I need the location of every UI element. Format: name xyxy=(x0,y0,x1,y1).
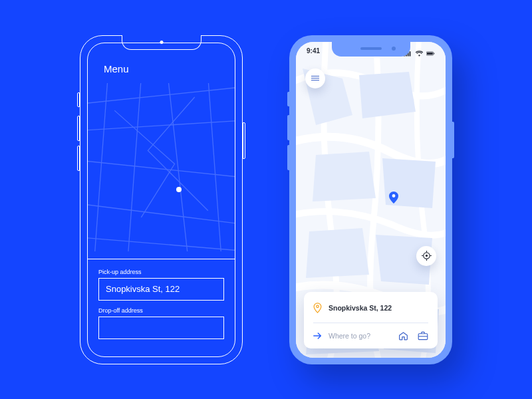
side-button xyxy=(243,122,245,159)
svg-point-10 xyxy=(425,255,427,257)
wifi-icon xyxy=(415,51,424,57)
side-button xyxy=(452,122,454,158)
streets-icon xyxy=(88,83,235,251)
pickup-label: Pick-up address xyxy=(98,269,224,275)
destination-input[interactable]: Where to go? xyxy=(313,332,370,340)
svg-rect-6 xyxy=(434,53,434,54)
wireframe-screen: Menu Pick-up address Snopkivska St, 122 … xyxy=(87,43,235,357)
notch xyxy=(332,42,410,57)
wireframe-map[interactable] xyxy=(88,83,235,251)
wireframe-device: Menu Pick-up address Snopkivska St, 122 … xyxy=(80,35,243,364)
svg-rect-3 xyxy=(410,51,411,56)
mockup-screen: 9:41 xyxy=(296,42,446,358)
arrow-right-icon xyxy=(313,332,322,340)
briefcase-icon[interactable] xyxy=(418,331,428,340)
mockup-device: 9:41 xyxy=(289,35,452,364)
pin-outline-icon xyxy=(313,303,322,313)
destination-placeholder: Where to go? xyxy=(329,332,370,340)
battery-icon xyxy=(426,51,435,57)
map-pin-icon xyxy=(389,192,398,203)
crosshair-icon xyxy=(422,251,432,261)
address-card: Pick-up address Snopkivska St, 122 Drop-… xyxy=(88,259,235,356)
menu-button[interactable] xyxy=(305,68,325,88)
side-button xyxy=(287,115,289,140)
side-button xyxy=(287,92,289,106)
pickup-row[interactable]: Snopkivska St, 122 xyxy=(313,303,428,313)
side-button xyxy=(77,146,80,171)
pickup-value: Snopkivska St, 122 xyxy=(106,284,180,294)
svg-rect-5 xyxy=(427,53,433,55)
address-card: Snopkivska St, 122 Where to go? xyxy=(304,292,438,348)
side-button xyxy=(287,145,289,170)
dropoff-input[interactable] xyxy=(98,317,224,339)
hamburger-icon xyxy=(311,74,319,81)
location-pin-icon xyxy=(176,187,182,192)
side-button xyxy=(77,92,80,107)
divider xyxy=(313,323,428,323)
svg-point-8 xyxy=(392,194,396,198)
menu-label[interactable]: Menu xyxy=(104,63,129,74)
destination-row: Where to go? xyxy=(313,331,428,340)
status-time: 9:41 xyxy=(307,47,320,61)
locate-button[interactable] xyxy=(416,246,436,266)
home-icon[interactable] xyxy=(398,331,408,340)
side-button xyxy=(77,116,80,141)
svg-point-11 xyxy=(317,305,319,308)
pickup-address: Snopkivska St, 122 xyxy=(329,304,392,312)
dropoff-label: Drop-off address xyxy=(98,307,224,314)
pickup-input[interactable]: Snopkivska St, 122 xyxy=(98,278,224,301)
